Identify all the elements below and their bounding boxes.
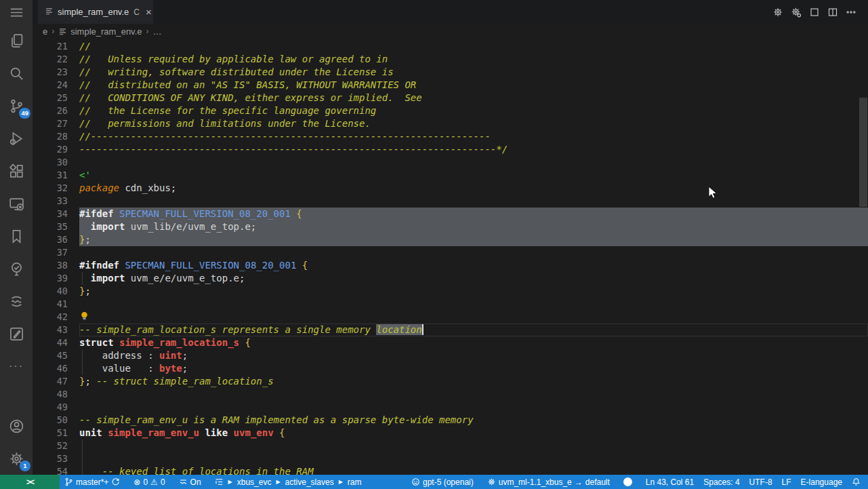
code-line[interactable]: 23// writing, software distributed under… [33, 66, 868, 79]
notifications-bell-icon[interactable] [847, 475, 865, 489]
search-icon[interactable] [0, 57, 33, 90]
line-number[interactable]: 40 [33, 285, 68, 298]
line-number[interactable]: 42 [33, 311, 68, 324]
line-number[interactable]: 36 [33, 233, 68, 246]
code-line[interactable]: 52 [33, 439, 868, 452]
menu-hamburger-icon[interactable] [0, 0, 33, 24]
settings-gear-icon[interactable]: 1 [0, 442, 33, 475]
code-line[interactable]: 45 address : uint; [33, 349, 868, 362]
scope-hierarchy-status[interactable]: ▶ xbus_evc ▶ active_slaves ▶ ram [210, 475, 367, 489]
code-line[interactable]: 35 import uvm_lib/e/uvm_e_top.e; [33, 220, 868, 233]
more-views-icon[interactable]: ··· [0, 350, 33, 383]
line-number[interactable]: 44 [33, 336, 68, 349]
code-line[interactable]: 26// the License for the specific langua… [33, 104, 868, 117]
code-line[interactable]: 48 [33, 388, 868, 401]
line-number[interactable]: 26 [33, 104, 68, 117]
notebook-rocket-icon[interactable] [0, 317, 33, 350]
line-number[interactable]: 53 [33, 452, 68, 465]
tab-simple-ram-env[interactable]: simple_ram_env.e C × [38, 0, 153, 24]
language-status-circle[interactable] [619, 475, 637, 489]
line-number[interactable]: 25 [33, 92, 68, 104]
customize-layout-icon[interactable] [805, 3, 823, 21]
line-number[interactable]: 38 [33, 259, 68, 272]
line-number[interactable]: 31 [33, 169, 68, 182]
code-line[interactable]: 51unit simple_ram_env_u like uvm_env { [33, 427, 868, 439]
git-branch-status[interactable]: master*+ [60, 475, 125, 489]
code-line[interactable]: 53 [33, 452, 868, 465]
code-line[interactable]: 30 [33, 156, 868, 169]
code-line[interactable]: 46 value : byte; [33, 362, 868, 375]
line-number[interactable]: 52 [33, 439, 68, 452]
line-number[interactable]: 45 [33, 349, 68, 362]
line-number[interactable]: 50 [33, 414, 68, 427]
filter-status[interactable]: On [174, 475, 206, 489]
remote-explorer-icon[interactable] [0, 187, 33, 220]
code-line[interactable]: 21// [33, 40, 868, 53]
code-line[interactable]: 33 [33, 195, 868, 208]
line-number[interactable]: 29 [33, 143, 68, 156]
configure-gear-icon[interactable] [787, 3, 805, 21]
code-line[interactable]: 24// distributed on an "AS IS" BASIS, WI… [33, 79, 868, 92]
code-line[interactable]: 32package cdn_xbus; [33, 182, 868, 195]
code-line[interactable]: 54 -- keyed list of locations in the RAM [33, 465, 868, 475]
line-number[interactable]: 37 [33, 246, 68, 259]
code-line[interactable]: 29--------------------------------------… [33, 143, 868, 156]
line-number[interactable]: 46 [33, 362, 68, 375]
code-line[interactable]: 50-- simple_ram_env_u is a RAM implement… [33, 414, 868, 427]
close-icon[interactable]: × [146, 7, 152, 17]
code-line[interactable]: 42 [33, 311, 868, 324]
line-number[interactable]: 48 [33, 388, 68, 401]
waves-icon[interactable] [0, 285, 33, 317]
code-line[interactable]: 36}; [33, 233, 868, 246]
line-number[interactable]: 47 [33, 375, 68, 388]
scrollbar[interactable] [859, 98, 867, 207]
source-control-icon[interactable]: 49 [0, 90, 33, 122]
line-number[interactable]: 54 [33, 465, 68, 475]
code-editor[interactable]: 21//22// Unless required by applicable l… [33, 39, 868, 475]
line-number[interactable]: 28 [33, 130, 68, 143]
model-status[interactable]: gpt-5 (openai) [407, 475, 478, 489]
cursor-position-status[interactable]: Ln 43, Col 61 [641, 475, 699, 489]
line-number[interactable]: 21 [33, 40, 68, 53]
code-line[interactable]: 49 [33, 401, 868, 414]
eol-status[interactable]: LF [777, 475, 796, 489]
lightbulb-icon[interactable] [79, 311, 89, 322]
breadcrumb-root[interactable]: e [43, 26, 47, 37]
code-line[interactable]: 22// Unless required by applicable law o… [33, 53, 868, 66]
explorer-icon[interactable] [0, 24, 33, 57]
bookmarks-icon[interactable] [0, 220, 33, 252]
line-number[interactable]: 23 [33, 66, 68, 79]
line-number[interactable]: 30 [33, 156, 68, 169]
breadcrumb-symbol[interactable]: … [153, 26, 162, 37]
language-mode-status[interactable]: E-language [796, 475, 847, 489]
code-line[interactable]: 31<' [33, 169, 868, 182]
run-debug-icon[interactable] [0, 122, 33, 155]
code-line[interactable]: 43-- simple_ram_location_s represents a … [33, 324, 868, 336]
code-line[interactable]: 39 import uvm_e/e/uvm_e_top.e; [33, 272, 868, 285]
code-line[interactable]: 38#ifndef SPECMAN_FULL_VERSION_08_20_001… [33, 259, 868, 272]
code-line[interactable]: 40}; [33, 285, 868, 298]
code-line[interactable]: 47}; -- struct simple_ram_location_s [33, 375, 868, 388]
more-actions-icon[interactable] [842, 3, 860, 21]
line-number[interactable]: 41 [33, 298, 68, 311]
line-number[interactable]: 43 [33, 324, 68, 336]
test-tree-icon[interactable] [0, 252, 33, 285]
line-number[interactable]: 34 [33, 208, 68, 220]
line-number[interactable]: 24 [33, 79, 68, 92]
code-line[interactable]: 41 [33, 298, 868, 311]
line-number[interactable]: 35 [33, 220, 68, 233]
code-line[interactable]: 27// permissions and limitations under t… [33, 117, 868, 130]
problems-status[interactable]: ⊗ 0 ⚠ 0 [129, 475, 169, 489]
settings-gear-action-icon[interactable] [768, 3, 787, 21]
remote-indicator[interactable]: >< [0, 475, 60, 489]
line-number[interactable]: 49 [33, 401, 68, 414]
indentation-status[interactable]: Spaces: 4 [699, 475, 744, 489]
account-icon[interactable] [0, 410, 33, 442]
extensions-icon[interactable] [0, 155, 33, 187]
breadcrumb-file[interactable]: simple_ram_env.e [58, 26, 142, 37]
code-line[interactable]: 37 [33, 246, 868, 259]
encoding-status[interactable]: UTF-8 [745, 475, 777, 489]
code-line[interactable]: 28//------------------------------------… [33, 130, 868, 143]
line-number[interactable]: 22 [33, 53, 68, 66]
config-status[interactable]: uvm_ml-1.1_xbus_e → default [482, 475, 615, 489]
